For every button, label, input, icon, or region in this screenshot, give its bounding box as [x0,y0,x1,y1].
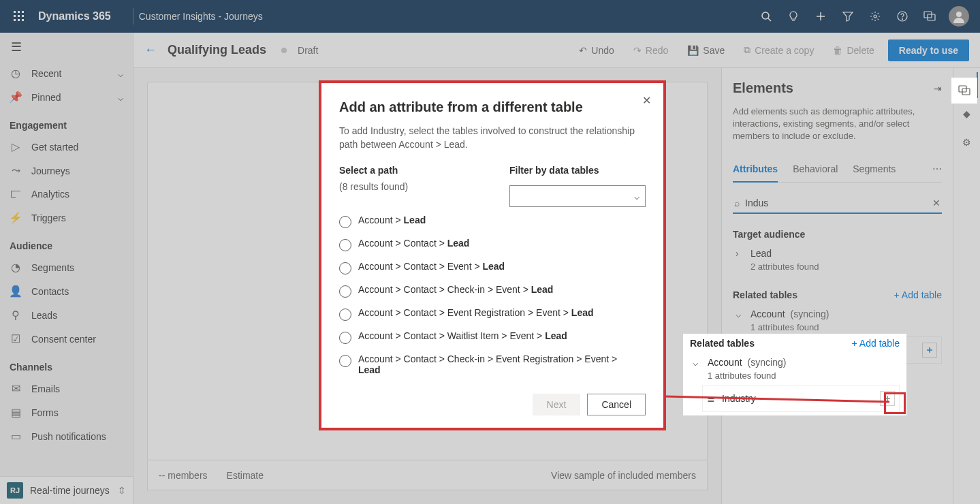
path-option[interactable]: Account > Contact > Waitlist Item > Even… [339,326,642,349]
radio-icon [339,332,351,344]
results-count: (8 results found) [339,181,493,192]
add-attribute-modal: ✕ Add an attribute from a different tabl… [319,80,666,430]
next-button[interactable]: Next [533,394,581,415]
select-path-label: Select a path [339,165,493,176]
modal-title: Add an attribute from a different table [339,99,646,115]
radio-icon [339,216,351,228]
radio-icon [339,285,351,298]
path-radio-list: Account > LeadAccount > Contact > LeadAc… [339,210,646,380]
path-label: Account > Contact > Event > Lead [358,261,505,272]
chevron-down-icon: ⌵ [634,191,639,202]
teams-chat-icon[interactable] [951,78,977,104]
radio-icon [339,239,351,251]
filter-label: Filter by data tables [509,165,646,176]
path-label: Account > Contact > Check-in > Event Reg… [358,353,642,375]
path-option[interactable]: Account > Contact > Check-in > Event Reg… [339,349,642,380]
radio-icon [339,355,351,367]
radio-icon [339,262,351,274]
modal-desc: To add Industry, select the tables invol… [339,125,646,151]
path-label: Account > Contact > Event Registration >… [358,307,594,318]
path-option[interactable]: Account > Contact > Check-in > Event > L… [339,279,642,302]
close-icon[interactable]: ✕ [642,94,651,107]
path-label: Account > Contact > Waitlist Item > Even… [358,330,567,341]
cancel-button[interactable]: Cancel [587,394,646,415]
path-label: Account > Contact > Check-in > Event > L… [358,284,553,295]
path-option[interactable]: Account > Contact > Event Registration >… [339,302,642,326]
path-option[interactable]: Account > Contact > Lead [339,233,642,256]
path-option[interactable]: Account > Lead [339,210,642,233]
path-option[interactable]: Account > Contact > Event > Lead [339,256,642,279]
path-label: Account > Contact > Lead [358,238,469,249]
path-label: Account > Lead [358,215,426,225]
radio-icon [339,309,351,321]
filter-dropdown[interactable]: ⌵ [509,185,646,207]
